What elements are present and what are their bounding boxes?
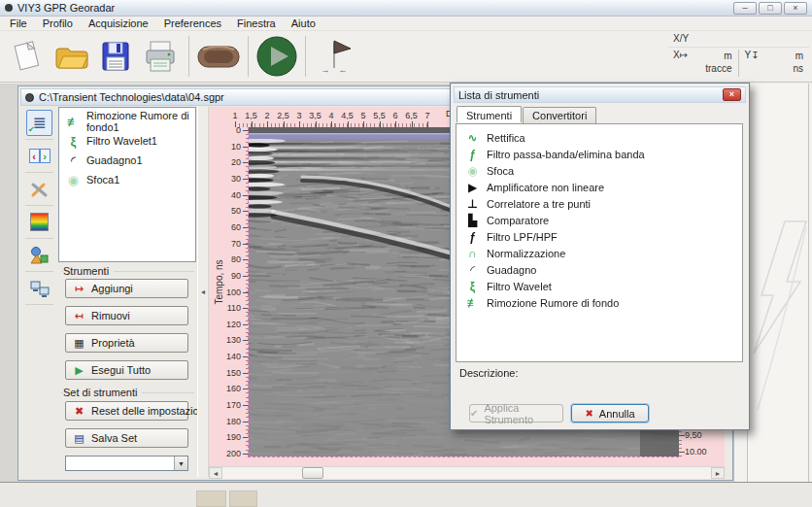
pipeline-item[interactable]: ≢ Rimozione Rumore di fondo1 bbox=[59, 112, 195, 131]
background-noise-removal-icon: ≢ bbox=[66, 115, 81, 129]
tool-panel-button[interactable]: ▦ Proprietà bbox=[65, 333, 188, 353]
tool-list-item[interactable]: ⊥ Correlatore a tre punti bbox=[457, 195, 742, 212]
radar-h-scrollbar[interactable]: ◄ ► bbox=[209, 466, 725, 479]
network-button[interactable] bbox=[26, 275, 52, 301]
apply-tool-button[interactable]: ✔ Applica Strumento bbox=[469, 404, 563, 422]
tool-list-item[interactable]: ▙ Comparatore bbox=[457, 212, 742, 228]
gpr-device-button[interactable] bbox=[195, 32, 242, 81]
chevron-down-icon[interactable]: ▼ bbox=[174, 456, 187, 470]
x-unit-tracce: tracce bbox=[705, 63, 731, 74]
side-toolbar-separator bbox=[25, 304, 53, 305]
y-unit-m: m bbox=[795, 51, 803, 61]
desktop-item bbox=[196, 490, 226, 507]
panel-splitter[interactable]: ◂ bbox=[197, 107, 209, 477]
open-file-button[interactable] bbox=[49, 32, 93, 81]
pipeline-item-label: Filtro Wavelet1 bbox=[86, 135, 157, 147]
tool-item-label: Comparatore bbox=[487, 215, 549, 226]
start-scan-button[interactable] bbox=[254, 32, 299, 81]
process-list-button[interactable]: ≣ ✔ bbox=[26, 110, 52, 136]
scrollbar-track[interactable] bbox=[222, 467, 711, 479]
minimize-button[interactable]: ‒ bbox=[733, 2, 757, 15]
tools-icon bbox=[29, 179, 50, 199]
toolbar-separator bbox=[248, 36, 249, 77]
tool-panel-button[interactable]: ▤ Salva Set bbox=[65, 428, 188, 448]
y-unit-ns: ns bbox=[793, 63, 803, 74]
converters-button[interactable]: ‹ › bbox=[26, 143, 52, 169]
tool-panel-button[interactable]: ↦ Aggiungi bbox=[65, 279, 188, 298]
strumenti-buttons: ↦ Aggiungi ↤ Rimuovi ▦ bbox=[65, 279, 188, 380]
new-document-button[interactable] bbox=[4, 32, 49, 81]
tab-convertitori[interactable]: Convertitori bbox=[523, 107, 596, 123]
y-tick-label: 30 bbox=[209, 174, 241, 184]
desktop-item bbox=[229, 490, 257, 507]
coordinates-panel: X/Y X↦ m tracce Y↧ m ns bbox=[667, 32, 809, 81]
splitter-collapse-icon[interactable]: ◂ bbox=[201, 287, 205, 296]
print-button[interactable] bbox=[138, 32, 183, 81]
toolset-combobox[interactable]: ▼ bbox=[65, 456, 188, 471]
toolbar-separator bbox=[305, 36, 306, 77]
tool-item-label: Filtro LPF/HPF bbox=[487, 231, 558, 243]
app-titlebar[interactable]: VIY3 GPR Georadar ‒ □ × bbox=[0, 0, 812, 17]
dialog-titlebar[interactable]: Lista di strumenti × bbox=[454, 86, 746, 103]
tools-button[interactable] bbox=[26, 176, 52, 202]
dialog-title: Lista di strumenti bbox=[458, 89, 539, 101]
button-label: Aggiungi bbox=[91, 283, 133, 294]
pipeline-list[interactable]: ≢ Rimozione Rumore di fondo1 ξ Filtro Wa… bbox=[58, 107, 196, 262]
x-tick-label: 3 bbox=[296, 111, 301, 120]
tool-list-item[interactable]: ◜ Guadagno bbox=[457, 261, 742, 278]
screen: VIY3 GPR Georadar ‒ □ × File Profilo Acq… bbox=[0, 0, 812, 507]
pipeline-item[interactable]: ◜ Guadagno1 bbox=[59, 151, 195, 170]
dialog-close-button[interactable]: × bbox=[723, 88, 741, 101]
close-button[interactable]: × bbox=[784, 2, 807, 15]
menu-item[interactable]: Acquisizione bbox=[81, 17, 156, 31]
tool-list-item[interactable]: ƒ Filtro passa-banda/elimina banda bbox=[457, 146, 742, 162]
maximize-button[interactable]: □ bbox=[759, 2, 782, 15]
tool-list-dialog: Lista di strumenti × Strumenti Convertit… bbox=[450, 83, 750, 430]
menu-item[interactable]: Preferences bbox=[156, 17, 229, 31]
convert-left-icon: ‹ bbox=[29, 149, 40, 163]
scroll-left-icon[interactable]: ◄ bbox=[209, 467, 222, 479]
set-group-label: Set di strumenti bbox=[63, 387, 142, 398]
objects-3d-button[interactable] bbox=[26, 242, 52, 268]
tool-item-label: Rimozione Rumore di fondo bbox=[487, 297, 619, 309]
palette-button[interactable] bbox=[26, 209, 52, 235]
tool-list-item[interactable]: ≢ Rimozione Rumore di fondo bbox=[457, 294, 742, 311]
tool-panel-button[interactable]: ▶ Esegui Tutto bbox=[65, 360, 188, 380]
tool-panel-button[interactable]: ↤ Rimuovi bbox=[65, 306, 188, 325]
normalization-icon: ∩ bbox=[465, 247, 480, 260]
cross-icon: ✖ bbox=[585, 408, 592, 419]
menu-item[interactable]: File bbox=[2, 17, 35, 31]
marker-flag-button[interactable]: → ← bbox=[312, 32, 356, 81]
tool-list-item[interactable]: ▶ Amplificatore non lineare bbox=[457, 179, 742, 195]
tool-list-item[interactable]: ◉ Sfoca bbox=[457, 162, 742, 179]
tool-list-item[interactable]: ∩ Normalizzazione bbox=[457, 245, 742, 261]
tool-list-item[interactable]: ∿ Rettifica bbox=[457, 129, 742, 146]
button-label: Proprietà bbox=[91, 337, 135, 349]
x-tick-label: 1,5 bbox=[245, 111, 257, 120]
cancel-button[interactable]: ✖ Annulla bbox=[571, 404, 649, 422]
lightning-watermark bbox=[750, 220, 810, 423]
scrollbar-thumb[interactable] bbox=[302, 467, 323, 479]
add-tool-icon: ↦ bbox=[73, 283, 85, 295]
toolbar: → ← X/Y X↦ m tracce Y↧ bbox=[0, 31, 812, 83]
tool-list-item[interactable]: ƒ Filtro LPF/HPF bbox=[457, 228, 742, 245]
gain-icon: ◜ bbox=[66, 153, 81, 168]
remove-tool-icon: ↤ bbox=[73, 310, 85, 322]
scroll-right-icon[interactable]: ► bbox=[711, 467, 725, 479]
menu-item[interactable]: Profilo bbox=[35, 17, 81, 31]
tab-strumenti[interactable]: Strumenti bbox=[457, 106, 522, 122]
pipeline-item[interactable]: ◉ Sfoca1 bbox=[59, 170, 195, 189]
menu-item[interactable]: Aiuto bbox=[284, 17, 323, 31]
tool-list-item[interactable]: ξ Filtro Wavelet bbox=[457, 278, 742, 294]
desktop-strip bbox=[0, 483, 812, 507]
menu-item[interactable]: Finestra bbox=[229, 17, 284, 31]
x-tick-label: 7 bbox=[424, 111, 429, 120]
open-folder-icon bbox=[51, 39, 90, 74]
tool-panel-button[interactable]: ✖ Reset delle impostazioni bbox=[65, 401, 188, 421]
save-button[interactable] bbox=[93, 32, 138, 81]
tool-list[interactable]: ∿ Rettifica ƒ Filtro passa-banda/elimina… bbox=[456, 123, 743, 362]
dialog-tabs: Strumenti Convertitori bbox=[457, 107, 596, 123]
pipeline-item[interactable]: ξ Filtro Wavelet1 bbox=[59, 131, 195, 151]
set-buttons: ✖ Reset delle impostazioni ▤ Salva Set bbox=[65, 401, 188, 448]
y-coord-cell: Y↧ m ns bbox=[739, 48, 810, 79]
